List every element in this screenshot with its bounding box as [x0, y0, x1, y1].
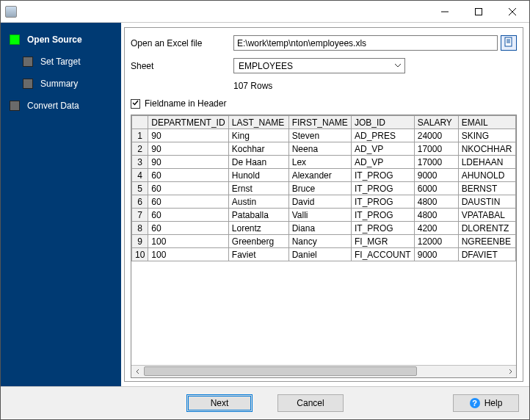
table-cell[interactable]: 6000: [414, 182, 458, 195]
table-cell[interactable]: Greenberg: [228, 235, 288, 248]
table-cell[interactable]: Kochhar: [228, 142, 288, 156]
table-cell[interactable]: DFAVIET: [458, 248, 515, 261]
table-cell[interactable]: 100: [148, 248, 228, 261]
row-header[interactable]: 9: [132, 235, 148, 248]
table-cell[interactable]: NKOCHHAR: [458, 142, 515, 156]
table-cell[interactable]: David: [288, 195, 351, 209]
table-cell[interactable]: 4200: [414, 222, 458, 235]
table-cell[interactable]: IT_PROG: [351, 182, 414, 195]
table-cell[interactable]: IT_PROG: [351, 222, 414, 235]
table-row[interactable]: 390De HaanLexAD_VP17000LDEHAAN: [132, 156, 516, 169]
browse-file-button[interactable]: [501, 35, 517, 51]
row-header[interactable]: 8: [132, 222, 148, 235]
table-cell[interactable]: AD_VP: [351, 142, 414, 156]
table-cell[interactable]: IT_PROG: [351, 209, 414, 222]
fieldname-header-checkbox[interactable]: [131, 99, 140, 109]
table-cell[interactable]: 9000: [414, 169, 458, 182]
scrollbar-track[interactable]: [144, 366, 504, 378]
table-cell[interactable]: Hunold: [228, 169, 288, 182]
table-cell[interactable]: IT_PROG: [351, 195, 414, 209]
sidebar-item-convert-data[interactable]: Convert Data: [1, 95, 121, 117]
table-cell[interactable]: AHUNOLD: [458, 169, 515, 182]
table-cell[interactable]: Diana: [288, 222, 351, 235]
row-header[interactable]: 2: [132, 142, 148, 156]
table-row[interactable]: 460HunoldAlexanderIT_PROG9000AHUNOLD: [132, 169, 516, 182]
table-cell[interactable]: 4800: [414, 195, 458, 209]
row-header[interactable]: 5: [132, 182, 148, 195]
table-cell[interactable]: Ernst: [228, 182, 288, 195]
row-header[interactable]: 3: [132, 156, 148, 169]
table-cell[interactable]: 60: [148, 195, 228, 209]
table-cell[interactable]: 90: [148, 156, 228, 169]
row-header[interactable]: 7: [132, 209, 148, 222]
column-header[interactable]: SALARY: [414, 116, 458, 129]
table-cell[interactable]: Alexander: [288, 169, 351, 182]
table-row[interactable]: 9100GreenbergNancyFI_MGR12000NGREENBE: [132, 235, 516, 248]
scroll-right-icon[interactable]: [504, 366, 516, 378]
table-cell[interactable]: 24000: [414, 129, 458, 142]
table-cell[interactable]: 12000: [414, 235, 458, 248]
table-cell[interactable]: Austin: [228, 195, 288, 209]
next-button[interactable]: Next: [186, 394, 253, 412]
table-cell[interactable]: AD_PRES: [351, 129, 414, 142]
table-row[interactable]: 190KingStevenAD_PRES24000SKING: [132, 129, 516, 142]
table-row[interactable]: 10100FavietDanielFI_ACCOUNT9000DFAVIET: [132, 248, 516, 261]
table-cell[interactable]: 60: [148, 182, 228, 195]
table-row[interactable]: 660AustinDavidIT_PROG4800DAUSTIN: [132, 195, 516, 209]
table-cell[interactable]: Neena: [288, 142, 351, 156]
scroll-left-icon[interactable]: [131, 366, 144, 378]
table-cell[interactable]: Bruce: [288, 182, 351, 195]
table-cell[interactable]: 4800: [414, 209, 458, 222]
column-header[interactable]: FIRST_NAME: [288, 116, 351, 129]
sidebar-item-summary[interactable]: Summary: [1, 73, 121, 95]
column-header[interactable]: DEPARTMENT_ID: [148, 116, 228, 129]
table-cell[interactable]: BERNST: [458, 182, 515, 195]
table-cell[interactable]: DLORENTZ: [458, 222, 515, 235]
sidebar-item-open-source[interactable]: Open Source: [1, 29, 121, 51]
table-cell[interactable]: Steven: [288, 129, 351, 142]
maximize-button[interactable]: [462, 1, 495, 22]
table-cell[interactable]: 9000: [414, 248, 458, 261]
table-cell[interactable]: Pataballa: [228, 209, 288, 222]
table-cell[interactable]: NGREENBE: [458, 235, 515, 248]
table-cell[interactable]: Valli: [288, 209, 351, 222]
table-row[interactable]: 860LorentzDianaIT_PROG4200DLORENTZ: [132, 222, 516, 235]
file-path-input[interactable]: [233, 35, 498, 51]
table-cell[interactable]: 100: [148, 235, 228, 248]
row-header[interactable]: 1: [132, 129, 148, 142]
table-row[interactable]: 290KochharNeenaAD_VP17000NKOCHHAR: [132, 142, 516, 156]
table-cell[interactable]: SKING: [458, 129, 515, 142]
table-cell[interactable]: King: [228, 129, 288, 142]
sheet-select[interactable]: EMPLOYEES: [233, 58, 405, 73]
minimize-button[interactable]: [428, 1, 462, 22]
table-cell[interactable]: Lex: [288, 156, 351, 169]
column-header[interactable]: EMAIL: [458, 116, 515, 129]
table-cell[interactable]: 60: [148, 169, 228, 182]
table-cell[interactable]: DAUSTIN: [458, 195, 515, 209]
column-header[interactable]: LAST_NAME: [228, 116, 288, 129]
table-cell[interactable]: 90: [148, 129, 228, 142]
cancel-button[interactable]: Cancel: [277, 394, 344, 412]
help-button[interactable]: ? Help: [453, 394, 519, 412]
horizontal-scrollbar[interactable]: [131, 365, 516, 377]
table-cell[interactable]: FI_ACCOUNT: [351, 248, 414, 261]
table-cell[interactable]: AD_VP: [351, 156, 414, 169]
table-cell[interactable]: 17000: [414, 156, 458, 169]
table-cell[interactable]: 17000: [414, 142, 458, 156]
table-cell[interactable]: Daniel: [288, 248, 351, 261]
table-cell[interactable]: 90: [148, 142, 228, 156]
table-cell[interactable]: Faviet: [228, 248, 288, 261]
row-header[interactable]: 10: [132, 248, 148, 261]
row-header[interactable]: 4: [132, 169, 148, 182]
table-cell[interactable]: Lorentz: [228, 222, 288, 235]
column-header[interactable]: JOB_ID: [351, 116, 414, 129]
table-cell[interactable]: 60: [148, 222, 228, 235]
table-row[interactable]: 760PataballaValliIT_PROG4800VPATABAL: [132, 209, 516, 222]
table-cell[interactable]: 60: [148, 209, 228, 222]
table-row[interactable]: 560ErnstBruceIT_PROG6000BERNST: [132, 182, 516, 195]
table-cell[interactable]: FI_MGR: [351, 235, 414, 248]
close-button[interactable]: [495, 1, 529, 22]
scrollbar-thumb[interactable]: [144, 366, 417, 376]
table-cell[interactable]: De Haan: [228, 156, 288, 169]
row-header[interactable]: 6: [132, 195, 148, 209]
